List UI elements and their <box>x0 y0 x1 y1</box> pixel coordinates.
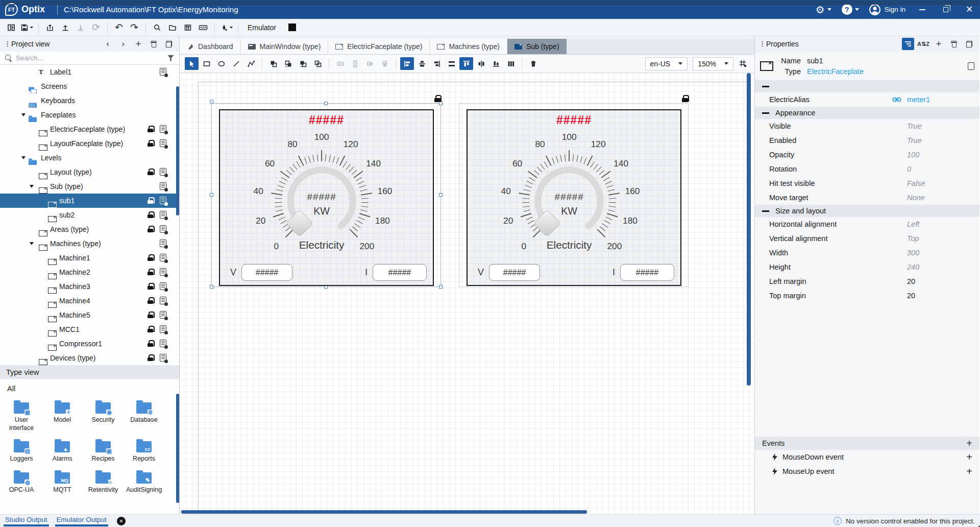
doc-gear-icon[interactable] <box>160 139 166 147</box>
send-backward-button[interactable] <box>311 57 325 70</box>
expand-caret-icon[interactable] <box>30 185 34 188</box>
add-handler-button[interactable]: + <box>966 451 972 463</box>
tree-item-compressor1[interactable]: Compressor1 <box>0 337 179 351</box>
canvas-vertical-scrollbar[interactable] <box>747 73 751 386</box>
prop-width[interactable]: Width 300 <box>755 246 979 260</box>
lock-icon[interactable] <box>148 269 153 275</box>
tree-item-machine3[interactable]: Machine3 <box>0 279 179 294</box>
stop-icon[interactable] <box>288 23 296 31</box>
tree-item-label1[interactable]: T Label1 <box>0 65 179 79</box>
doc-gear-icon[interactable] <box>160 254 166 261</box>
section-appearance[interactable]: Appearance <box>755 107 979 119</box>
type-opc-ua[interactable]: ◍ OPC-UA <box>1 470 42 494</box>
doc-gear-icon[interactable] <box>160 282 166 290</box>
resize-handle[interactable] <box>324 102 328 105</box>
polyline-tool-button[interactable] <box>244 57 258 70</box>
runtime-target-dropdown[interactable]: Emulator <box>242 23 284 32</box>
type-retentivity[interactable]: ≡ Retentivity <box>83 470 124 494</box>
lock-icon[interactable] <box>148 312 153 318</box>
redo-button[interactable]: ↷ <box>127 20 141 35</box>
detach-panel-button[interactable] <box>963 38 975 50</box>
tree-item-sub-type[interactable]: Sub (type) <box>0 179 179 194</box>
doc-gear-icon[interactable] <box>160 68 166 76</box>
bring-forward-button[interactable] <box>296 57 310 70</box>
tree-item-keyboards[interactable]: Keyboards <box>0 93 179 108</box>
alias-target-link[interactable]: meter1 <box>907 95 930 104</box>
grid-settings-button[interactable] <box>739 59 749 68</box>
panel-menu-icon[interactable]: ⋮ <box>4 43 8 45</box>
same-height-button[interactable] <box>378 57 391 70</box>
add-property-button[interactable] <box>933 38 945 50</box>
language-dropdown[interactable]: en-US <box>645 57 688 70</box>
tab-sub-active[interactable]: Sub (type) <box>507 39 567 54</box>
doc-gear-icon[interactable] <box>160 268 166 276</box>
event-mousedown[interactable]: MouseDown event + <box>755 450 979 464</box>
resize-handle[interactable] <box>439 285 443 289</box>
type-security[interactable]: ◉ Security <box>83 400 124 432</box>
type-database[interactable]: ≣ Database <box>124 400 164 432</box>
send-to-back-button[interactable] <box>281 57 295 70</box>
event-mouseup[interactable]: MouseUp event + <box>755 464 979 478</box>
voltage-field[interactable]: ##### <box>241 264 292 281</box>
doc-gear-icon[interactable] <box>160 297 166 304</box>
emulator-output-tab[interactable]: Emulator Output <box>57 515 107 526</box>
align-bottom-button[interactable] <box>489 57 503 70</box>
prop-vertical-alignment[interactable]: Vertical alignment Top <box>755 231 979 246</box>
code-view-button[interactable] <box>196 20 210 35</box>
tree-item-levels[interactable]: Levels <box>0 151 179 165</box>
prop-opacity[interactable]: Opacity 100 <box>755 148 979 162</box>
type-alarms[interactable]: ▲ Alarms <box>42 439 83 463</box>
filter-icon[interactable] <box>167 55 174 61</box>
navigate-forward-button[interactable] <box>117 38 129 50</box>
undo-button[interactable]: ↶ <box>112 20 126 35</box>
lock-icon[interactable] <box>148 211 153 218</box>
sort-az-button[interactable]: A⇅Z <box>917 38 929 50</box>
panel-menu-icon[interactable]: ⋮ <box>759 43 763 45</box>
lock-icon[interactable] <box>148 283 153 290</box>
project-search[interactable]: Search... <box>0 52 179 65</box>
tree-item-faceplates[interactable]: Faceplates <box>0 108 179 122</box>
tree-item-sub2[interactable]: sub2 <box>0 208 179 222</box>
select-tool-button[interactable] <box>185 57 199 70</box>
object-name[interactable]: sub1 <box>807 57 823 65</box>
tree-item-devices-type[interactable]: Devices (type) <box>0 351 179 365</box>
same-width-button[interactable] <box>363 57 377 70</box>
tree-scrollbar[interactable] <box>176 86 179 215</box>
workspace-layout-button[interactable] <box>4 20 18 35</box>
doc-gear-icon[interactable] <box>160 325 166 333</box>
add-item-button[interactable] <box>132 38 144 50</box>
prop-height[interactable]: Height 240 <box>755 260 979 274</box>
doc-gear-icon[interactable] <box>160 168 166 176</box>
ellipse-tool-button[interactable] <box>214 57 228 70</box>
distribute-vertical-button[interactable] <box>504 57 518 70</box>
align-right-button[interactable] <box>430 57 444 70</box>
resize-handle[interactable] <box>210 100 213 104</box>
tree-item-machine5[interactable]: Machine5 <box>0 308 179 322</box>
lock-icon[interactable] <box>148 169 153 175</box>
lock-icon[interactable] <box>148 297 153 304</box>
space-evenly-h-button[interactable] <box>333 57 347 70</box>
prop-visible[interactable]: Visible True <box>755 119 979 133</box>
close-output-button[interactable]: ✕ <box>117 517 126 525</box>
tab-mainwindow[interactable]: MainWindow (type) <box>241 39 329 54</box>
tree-item-machines-type[interactable]: Machines (type) <box>0 236 179 251</box>
design-canvas[interactable]: 020406080100120140160180200 ##### KW Ele… <box>180 73 754 514</box>
tree-item-layoutfaceplate[interactable]: LayoutFaceplate (type) <box>0 136 179 151</box>
doc-gear-icon[interactable] <box>160 354 166 362</box>
download-button[interactable] <box>74 20 88 35</box>
canvas-horizontal-scrollbar[interactable] <box>181 510 587 514</box>
doc-gear-icon[interactable] <box>968 62 974 70</box>
bring-to-front-button[interactable] <box>266 57 280 70</box>
delete-item-button[interactable] <box>148 38 160 50</box>
doc-gear-icon[interactable] <box>160 239 166 247</box>
save-button[interactable] <box>19 20 34 35</box>
expand-caret-icon[interactable] <box>21 156 26 159</box>
tree-item-mcc1[interactable]: MCC1 <box>0 322 179 337</box>
filter-properties-button[interactable] <box>902 38 914 50</box>
lock-icon[interactable] <box>148 340 153 347</box>
align-center-horizontal-button[interactable] <box>445 57 458 70</box>
prop-rotation[interactable]: Rotation 0 <box>755 162 979 176</box>
align-middle-button[interactable] <box>474 57 488 70</box>
faceplate-widget-sub2[interactable]: 020406080100120140160180200 ##### KW Ele… <box>459 103 689 287</box>
current-field[interactable]: ##### <box>620 264 674 281</box>
